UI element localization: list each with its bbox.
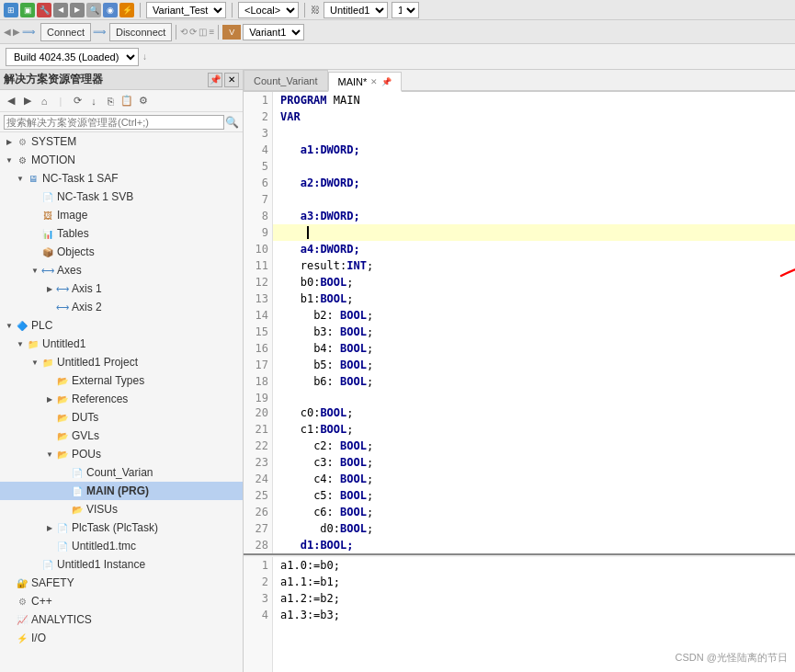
var-c6-decl: c6: BOOL; bbox=[313, 504, 373, 520]
sidebar-item-tables[interactable]: 📊 Tables bbox=[0, 224, 243, 243]
tool-icon-2[interactable]: ⚡ bbox=[119, 3, 134, 17]
expand-axes[interactable]: ▼ bbox=[29, 265, 40, 276]
target-select[interactable]: <Local> bbox=[238, 2, 299, 18]
expand-untitled1[interactable]: ▼ bbox=[15, 338, 26, 349]
plctask-label: PlcTask (PlcTask) bbox=[72, 521, 158, 534]
paste-icon[interactable]: 📋 bbox=[119, 94, 134, 108]
external-types-label: External Types bbox=[72, 374, 144, 387]
expand-nctask-saf[interactable]: ▼ bbox=[15, 173, 26, 184]
tree-area[interactable]: ▶ ⚙ SYSTEM ▼ ⚙ MOTION ▼ 🖥 NC-Task 1 SAF … bbox=[0, 132, 243, 672]
build-select[interactable]: Build 4024.35 (Loaded) bbox=[6, 48, 139, 66]
sidebar-item-main-prg[interactable]: 📄 MAIN (PRG) bbox=[0, 482, 243, 500]
app-icon-3[interactable]: 🔧 bbox=[37, 3, 51, 17]
tab-bar: Count_Variant MAIN* ✕ 📌 bbox=[244, 70, 795, 92]
app-icon-2[interactable]: ▣ bbox=[20, 3, 35, 17]
refresh-icon[interactable]: ⟳ bbox=[70, 94, 85, 108]
search-icon[interactable]: 🔍 bbox=[224, 115, 239, 130]
nav-icon[interactable]: 🔍 bbox=[86, 3, 101, 17]
sidebar-item-duts[interactable]: 📂 DUTs bbox=[0, 408, 243, 427]
expand-untitled1-proj[interactable]: ▼ bbox=[29, 357, 40, 368]
forward-icon[interactable]: ▶ bbox=[20, 94, 35, 108]
cpp-icon: ⚙ bbox=[15, 594, 29, 609]
expand-plc[interactable]: ▼ bbox=[4, 320, 15, 331]
expand-references[interactable]: ▶ bbox=[44, 393, 55, 404]
app-icon-1[interactable]: ⊞ bbox=[4, 3, 18, 17]
sidebar-item-system[interactable]: ▶ ⚙ SYSTEM bbox=[0, 132, 243, 151]
tool-small-4[interactable]: ≡ bbox=[209, 27, 214, 37]
code-line-16: b4: BOOL; bbox=[273, 340, 795, 357]
sidebar-item-cpp[interactable]: ⚙ C++ bbox=[0, 592, 243, 610]
nctask-svb-label: NC-Task 1 SVB bbox=[57, 190, 133, 203]
arrow-down-icon[interactable]: ↓ bbox=[86, 94, 101, 108]
nav-forward[interactable]: ▶ bbox=[70, 3, 85, 17]
sidebar-item-plctask[interactable]: ▶ 📄 PlcTask (PlcTask) bbox=[0, 518, 243, 537]
tool-small-1[interactable]: ⟲ bbox=[180, 27, 187, 37]
separator-5 bbox=[218, 25, 219, 40]
sidebar-item-visus[interactable]: 📂 VISUs bbox=[0, 500, 243, 518]
page-select[interactable]: 1 bbox=[392, 2, 419, 18]
body-section: 1 2 3 4 a1.0:=b0; a1.1:=b1; a1.2:=b2; bbox=[244, 557, 795, 672]
pin-button[interactable]: 📌 bbox=[208, 73, 222, 87]
sidebar-item-external-types[interactable]: 📂 External Types bbox=[0, 371, 243, 390]
tool-icon-1[interactable]: ◉ bbox=[103, 3, 118, 17]
project-select[interactable]: Variant_Test bbox=[146, 2, 226, 18]
disconnect-button[interactable]: Disconnect bbox=[109, 23, 172, 41]
sidebar-item-safety[interactable]: 🔐 SAFETY bbox=[0, 574, 243, 592]
sidebar-item-motion[interactable]: ▼ ⚙ MOTION bbox=[0, 151, 243, 169]
sidebar-item-references[interactable]: ▶ 📂 References bbox=[0, 390, 243, 408]
sidebar-item-untitled1-tmc[interactable]: 📄 Untitled1.tmc bbox=[0, 537, 243, 555]
sidebar-item-untitled1-proj[interactable]: ▼ 📁 Untitled1 Project bbox=[0, 353, 243, 371]
ln-19: 19 bbox=[244, 390, 272, 404]
close-sidebar-button[interactable]: ✕ bbox=[224, 73, 239, 87]
sidebar-item-axis2[interactable]: ⟷ Axis 2 bbox=[0, 298, 243, 316]
expand-pous[interactable]: ▼ bbox=[44, 449, 55, 460]
var-b4-decl: b4: BOOL; bbox=[313, 340, 373, 357]
var-b6-decl: b6: BOOL; bbox=[313, 373, 373, 390]
connect-button[interactable]: Connect bbox=[40, 23, 91, 41]
sidebar-item-pous[interactable]: ▼ 📂 POUs bbox=[0, 445, 243, 463]
expand-axis1[interactable]: ▶ bbox=[44, 283, 55, 294]
tab-count-variant[interactable]: Count_Variant bbox=[244, 70, 328, 90]
sidebar-item-count-varian[interactable]: 📄 Count_Varian bbox=[0, 463, 243, 482]
ln-25: 25 bbox=[244, 487, 272, 504]
tab-main-close[interactable]: ✕ bbox=[370, 77, 378, 86]
ln-20: 20 bbox=[244, 404, 272, 421]
tab-pin-icon[interactable]: 📌 bbox=[381, 77, 392, 86]
home-icon[interactable]: ⌂ bbox=[37, 94, 51, 108]
body-line-4: a1.3:=b3; bbox=[273, 607, 795, 623]
sidebar-item-gvls[interactable]: 📂 GVLs bbox=[0, 427, 243, 445]
tool-small-2[interactable]: ⟳ bbox=[189, 27, 197, 37]
search-input[interactable] bbox=[4, 115, 224, 130]
sidebar-item-axis1[interactable]: ▶ ⟷ Axis 1 bbox=[0, 279, 243, 298]
expand-system[interactable]: ▶ bbox=[4, 136, 15, 147]
sidebar-item-untitled1[interactable]: ▼ 📁 Untitled1 bbox=[0, 335, 243, 353]
untitled-select[interactable]: Untitled1 bbox=[324, 2, 388, 18]
sidebar-item-axes[interactable]: ▼ ⟷ Axes bbox=[0, 261, 243, 279]
variant-select[interactable]: Variant1 bbox=[243, 24, 304, 40]
expand-motion[interactable]: ▼ bbox=[4, 154, 15, 165]
sidebar-item-untitled1-inst[interactable]: 📄 Untitled1 Instance bbox=[0, 555, 243, 574]
sidebar-item-objects[interactable]: 📦 Objects bbox=[0, 243, 243, 261]
sidebar-item-io[interactable]: ⚡ I/O bbox=[0, 629, 243, 647]
back-icon[interactable]: ◀ bbox=[4, 94, 18, 108]
expand-plctask[interactable]: ▶ bbox=[44, 522, 55, 533]
sidebar-item-analytics[interactable]: 📈 ANALYTICS bbox=[0, 610, 243, 629]
code-line-5 bbox=[273, 158, 795, 175]
tab-main[interactable]: MAIN* ✕ 📌 bbox=[328, 72, 403, 92]
sidebar-item-nctask-svb[interactable]: 📄 NC-Task 1 SVB bbox=[0, 188, 243, 206]
code-content-top[interactable]: PROGRAM MAIN VAR a1:DWORD; a2:DWORD; bbox=[273, 92, 795, 404]
ln-26: 26 bbox=[244, 504, 272, 520]
prog-name: MAIN bbox=[334, 92, 360, 108]
copy-icon[interactable]: ⎘ bbox=[103, 94, 118, 108]
ln-21: 21 bbox=[244, 421, 272, 438]
sidebar-item-plc[interactable]: ▼ 🔷 PLC bbox=[0, 316, 243, 335]
var-c1-decl: c1:BOOL; bbox=[301, 421, 354, 438]
sidebar-item-image[interactable]: 🖼 Image bbox=[0, 206, 243, 224]
sidebar-item-nctask-saf[interactable]: ▼ 🖥 NC-Task 1 SAF bbox=[0, 169, 243, 188]
code-content-mid[interactable]: c0:BOOL; c1:BOOL; ▼ c2: BOOL; c3: BOOL; bbox=[273, 404, 795, 553]
plc-label: PLC bbox=[31, 319, 52, 332]
tool-small-3[interactable]: ◫ bbox=[199, 27, 207, 37]
settings-icon[interactable]: ⚙ bbox=[136, 94, 151, 108]
safety-icon: 🔐 bbox=[15, 575, 29, 590]
nav-back[interactable]: ◀ bbox=[53, 3, 68, 17]
